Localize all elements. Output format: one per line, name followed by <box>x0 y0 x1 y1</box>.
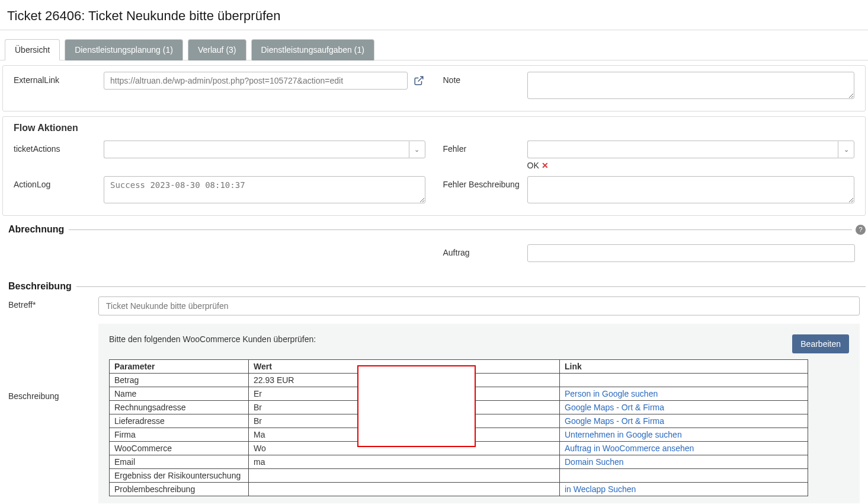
table-row: EmailmaDomain Suchen <box>110 455 808 469</box>
row-link[interactable]: Google Maps - Ort & Firma <box>565 416 664 426</box>
th-parameter: Parameter <box>110 360 249 374</box>
cell-wert: ma <box>249 455 560 469</box>
row-link[interactable]: in Weclapp Suchen <box>565 484 636 494</box>
actionlog-label: ActionLog <box>14 176 97 189</box>
row-link[interactable]: Domain Suchen <box>565 457 624 467</box>
cell-wert <box>249 483 560 496</box>
row-link[interactable]: Unternehmen in Google suchen <box>565 430 682 439</box>
fehler-label: Fehler <box>443 141 520 154</box>
cell-link: Person in Google suchen <box>560 387 808 401</box>
table-row: LieferadresseBrGoogle Maps - Ort & Firma <box>110 414 808 428</box>
kunde-table: Parameter Wert Link Betrag22.93 EURNameE… <box>109 359 808 496</box>
fehlerbeschreibung-label: Fehler Beschreibung <box>443 176 520 189</box>
ticketactions-dropdown-btn[interactable]: ⌄ <box>409 141 425 158</box>
chevron-down-icon: ⌄ <box>414 146 419 154</box>
cell-parameter: Betrag <box>110 374 249 387</box>
cell-link: in Weclapp Suchen <box>560 483 808 496</box>
cell-link: Auftrag in WooCommerce ansehen <box>560 442 808 455</box>
clear-fehler-icon[interactable]: ✕ <box>542 161 549 170</box>
cell-wert: 22.93 EUR <box>249 374 560 387</box>
fehler-dropdown-btn[interactable]: ⌄ <box>838 141 854 158</box>
cell-wert: Wo <box>249 442 560 455</box>
tab-dienstleistungsaufgaben[interactable]: Dienstleistungsaufgaben (1) <box>251 39 374 60</box>
cell-link <box>560 469 808 483</box>
title-divider <box>0 30 868 30</box>
cell-link: Google Maps - Ort & Firma <box>560 414 808 428</box>
table-row: FirmaMaUnternehmen in Google suchen <box>110 428 808 442</box>
ticketactions-select[interactable] <box>104 141 409 158</box>
abrechnung-section-header: Abrechnung ? <box>2 224 866 235</box>
cell-wert: Ma <box>249 428 560 442</box>
beschreibung-intro: Bitte den folgenden WooCommerce Kunden ü… <box>109 334 316 344</box>
th-link: Link <box>560 360 808 374</box>
cell-wert <box>249 469 560 483</box>
auftrag-input[interactable] <box>527 244 856 262</box>
betreff-input[interactable] <box>98 296 860 315</box>
help-icon[interactable]: ? <box>856 225 866 235</box>
table-row: Ergebniss der Risikountersuchung <box>110 469 808 483</box>
auftrag-label: Auftrag <box>443 244 520 257</box>
panel-externallink-note: ExternalLink Note <box>2 65 866 111</box>
cell-parameter: Problembeschreibung <box>110 483 249 496</box>
externallink-label: ExternalLink <box>14 72 97 85</box>
cell-parameter: Name <box>110 387 249 401</box>
fehlerbeschreibung-textarea[interactable] <box>527 176 855 203</box>
note-label: Note <box>443 72 520 85</box>
cell-link <box>560 374 808 387</box>
beschreibung-label: Beschreibung <box>8 320 91 503</box>
table-row: Betrag22.93 EUR <box>110 374 808 387</box>
cell-parameter: WooCommerce <box>110 442 249 455</box>
open-external-link-icon[interactable] <box>412 74 425 87</box>
chevron-down-icon: ⌄ <box>844 146 849 154</box>
tab-verlauf[interactable]: Verlauf (3) <box>188 39 246 60</box>
fehler-select[interactable] <box>527 141 838 158</box>
panel-flow-aktionen: Flow Aktionen ticketActions ⌄ Fehler ⌄ <box>2 116 866 216</box>
fehler-status: OK <box>527 161 539 170</box>
externallink-input[interactable] <box>104 72 408 90</box>
beschreibung-section-header: Beschreibung <box>2 281 866 292</box>
cell-link: Google Maps - Ort & Firma <box>560 401 808 414</box>
tab-dienstleistungsplanung[interactable]: Dienstleistungsplanung (1) <box>65 39 183 60</box>
beschreibung-heading: Beschreibung <box>2 281 76 292</box>
bearbeiten-button[interactable]: Bearbeiten <box>792 334 849 353</box>
row-link[interactable]: Google Maps - Ort & Firma <box>565 403 664 412</box>
ticketactions-label: ticketActions <box>14 141 97 154</box>
note-textarea[interactable] <box>527 72 855 99</box>
page-title: Ticket 26406: Ticket Neukunde bitte über… <box>0 0 868 30</box>
cell-wert: Br <box>249 401 560 414</box>
cell-wert: Er <box>249 387 560 401</box>
cell-link: Domain Suchen <box>560 455 808 469</box>
table-row: RechnungsadresseBrGoogle Maps - Ort & Fi… <box>110 401 808 414</box>
flow-aktionen-heading: Flow Aktionen <box>14 123 854 133</box>
cell-link: Unternehmen in Google suchen <box>560 428 808 442</box>
svg-line-0 <box>418 76 422 81</box>
cell-wert: Br <box>249 414 560 428</box>
tabs: Übersicht Dienstleistungsplanung (1) Ver… <box>0 39 868 60</box>
betreff-label: Betreff* <box>8 296 91 310</box>
tab-uebersicht[interactable]: Übersicht <box>5 39 60 60</box>
th-wert: Wert <box>249 360 560 374</box>
cell-parameter: Email <box>110 455 249 469</box>
actionlog-textarea[interactable]: Success 2023-08-30 08:10:37 <box>104 176 425 203</box>
cell-parameter: Firma <box>110 428 249 442</box>
row-link[interactable]: Person in Google suchen <box>565 389 658 398</box>
cell-parameter: Ergebniss der Risikountersuchung <box>110 469 249 483</box>
table-row: NameErPerson in Google suchen <box>110 387 808 401</box>
table-row: Problembeschreibungin Weclapp Suchen <box>110 483 808 496</box>
cell-parameter: Rechnungsadresse <box>110 401 249 414</box>
table-row: WooCommerceWoAuftrag in WooCommerce anse… <box>110 442 808 455</box>
abrechnung-heading: Abrechnung <box>2 224 69 235</box>
cell-parameter: Lieferadresse <box>110 414 249 428</box>
row-link[interactable]: Auftrag in WooCommerce ansehen <box>565 444 694 453</box>
